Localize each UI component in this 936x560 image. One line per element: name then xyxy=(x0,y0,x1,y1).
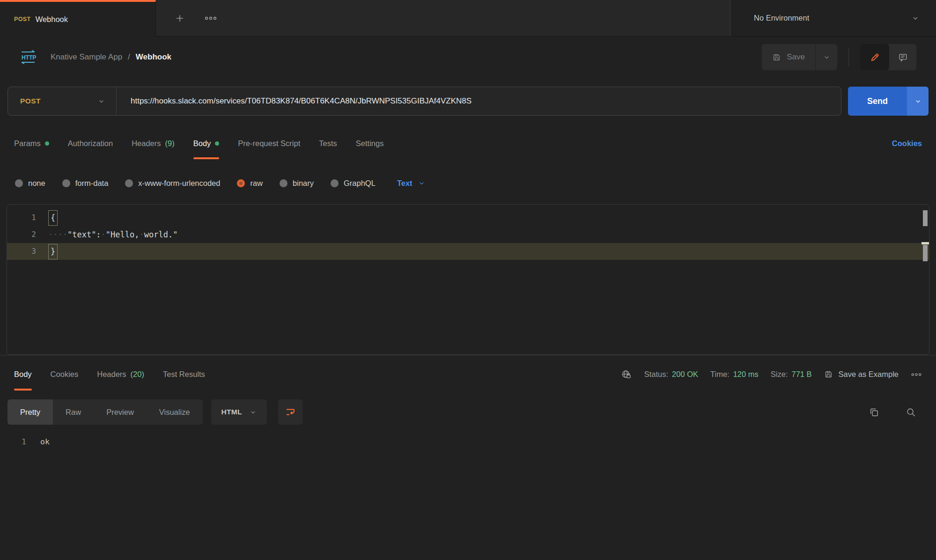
editor-line-3-current[interactable]: 3 } xyxy=(7,243,929,260)
editor-line-1[interactable]: 1 { xyxy=(7,209,929,226)
cookies-link[interactable]: Cookies xyxy=(892,139,922,148)
response-meta: Status: 200 OK Time: 120 ms Size: 771 B … xyxy=(621,369,922,380)
line-number: 3 xyxy=(7,243,48,260)
header-divider xyxy=(848,48,849,66)
response-format-dropdown[interactable]: HTML xyxy=(211,399,267,425)
body-type-urlencoded-label: x-www-form-urlencoded xyxy=(138,179,220,188)
search-icon xyxy=(906,407,916,418)
request-body-editor[interactable]: 1 { 2 ····"text":·"Hello,·world." 3 } xyxy=(7,204,929,355)
response-body-text: ok xyxy=(40,437,50,446)
comments-button[interactable] xyxy=(889,52,916,62)
body-type-none[interactable]: none xyxy=(15,179,45,188)
view-preview-button[interactable]: Preview xyxy=(94,399,147,425)
network-info-button[interactable] xyxy=(621,369,632,380)
plus-icon xyxy=(175,13,185,23)
save-options-button[interactable] xyxy=(816,44,837,70)
editor-scrollbar[interactable] xyxy=(921,205,929,354)
save-as-example-button[interactable]: Save as Example xyxy=(824,370,899,379)
mode-panel xyxy=(860,44,916,70)
environment-selector[interactable]: No Environment xyxy=(730,0,936,37)
body-type-binary-label: binary xyxy=(293,179,314,188)
header-actions: Save xyxy=(762,44,916,70)
breadcrumb-request-name[interactable]: Webhook xyxy=(136,52,171,62)
view-pretty-button[interactable]: Pretty xyxy=(7,399,53,425)
size-label: Size: xyxy=(771,370,788,379)
response-tab-headers[interactable]: Headers (20) xyxy=(97,355,144,393)
response-header: Body Cookies Headers (20) Test Results S… xyxy=(0,355,936,393)
body-type-urlencoded[interactable]: x-www-form-urlencoded xyxy=(125,179,220,188)
url-row: POST https://hooks.slack.com/services/T0… xyxy=(0,78,936,125)
tab-body-label: Body xyxy=(193,139,211,148)
response-body-viewer[interactable]: 1 ok xyxy=(0,431,936,446)
scrollbar-thumb[interactable] xyxy=(923,210,928,226)
edit-mode-button[interactable] xyxy=(860,44,889,70)
chevron-down-icon xyxy=(250,409,257,416)
search-response-button[interactable] xyxy=(906,407,916,418)
radio-icon xyxy=(280,179,287,187)
current-line-mark xyxy=(921,242,929,244)
scrollbar-thumb[interactable] xyxy=(923,245,928,261)
radio-selected-icon xyxy=(237,179,245,187)
tab-prerequest-label: Pre-request Script xyxy=(238,139,300,148)
request-header: HTTP Knative Sample App / Webhook Save xyxy=(0,37,936,78)
top-tab-strip: POST Webhook No Environment xyxy=(0,0,936,37)
tab-headers[interactable]: Headers (9) xyxy=(132,125,175,162)
body-type-raw[interactable]: raw xyxy=(237,179,263,188)
time-readout: Time: 120 ms xyxy=(710,370,759,379)
code-text: ····"text":·"Hello,·world." xyxy=(48,226,177,243)
body-type-form-data-label: form-data xyxy=(75,179,109,188)
globe-lock-icon xyxy=(621,369,632,380)
response-options-button[interactable] xyxy=(911,372,922,377)
body-type-binary[interactable]: binary xyxy=(280,179,314,188)
editor-line-2[interactable]: 2 ····"text":·"Hello,·world." xyxy=(7,226,929,243)
tab-tests[interactable]: Tests xyxy=(319,125,337,162)
response-view-controls: Pretty Raw Preview Visualize HTML xyxy=(0,393,936,431)
request-tabs: Params Authorization Headers (9) Body Pr… xyxy=(0,125,936,162)
body-type-row: none form-data x-www-form-urlencoded raw… xyxy=(0,162,936,204)
tab-authorization[interactable]: Authorization xyxy=(68,125,113,162)
url-bar: POST https://hooks.slack.com/services/T0… xyxy=(7,87,841,116)
chevron-down-icon xyxy=(418,180,425,187)
wrap-lines-button[interactable] xyxy=(278,399,302,425)
new-tab-button[interactable] xyxy=(175,13,185,23)
body-type-form-data[interactable]: form-data xyxy=(62,179,109,188)
send-button[interactable]: Send xyxy=(848,87,907,116)
response-tab-body[interactable]: Body xyxy=(14,355,32,393)
json-value-token: "Hello, xyxy=(106,230,140,239)
response-line-number: 1 xyxy=(0,437,40,446)
send-options-button[interactable] xyxy=(907,87,929,116)
comment-icon xyxy=(898,52,908,62)
tab-options-button[interactable] xyxy=(205,15,217,22)
tab-authorization-label: Authorization xyxy=(68,139,113,148)
method-dropdown[interactable]: POST xyxy=(8,87,117,115)
response-tab-headers-label: Headers xyxy=(97,370,126,379)
save-button-group: Save xyxy=(762,44,837,70)
body-type-graphql[interactable]: GraphQL xyxy=(331,179,376,188)
radio-icon xyxy=(62,179,70,187)
view-mode-switcher: Pretty Raw Preview Visualize xyxy=(7,399,203,425)
copy-response-button[interactable] xyxy=(869,407,879,418)
response-headers-count-badge: (20) xyxy=(131,370,144,379)
tab-settings[interactable]: Settings xyxy=(356,125,384,162)
chevron-down-icon xyxy=(914,98,921,105)
environment-label: No Environment xyxy=(754,14,912,22)
tab-body[interactable]: Body xyxy=(193,125,220,162)
tab-prerequest-script[interactable]: Pre-request Script xyxy=(238,125,300,162)
raw-language-dropdown[interactable]: Text xyxy=(397,179,425,188)
response-tab-test-results[interactable]: Test Results xyxy=(163,355,205,393)
copy-icon xyxy=(869,407,879,418)
tab-params[interactable]: Params xyxy=(14,125,49,162)
view-visualize-button[interactable]: Visualize xyxy=(147,399,203,425)
view-raw-button[interactable]: Raw xyxy=(53,399,94,425)
url-input[interactable]: https://hooks.slack.com/services/T06TD83… xyxy=(117,96,472,106)
status-readout: Status: 200 OK xyxy=(644,370,698,379)
save-button[interactable]: Save xyxy=(762,44,816,70)
response-format-label: HTML xyxy=(221,408,242,416)
response-tab-cookies[interactable]: Cookies xyxy=(51,355,79,393)
more-options-icon xyxy=(205,15,217,22)
tab-params-label: Params xyxy=(14,139,41,148)
params-active-dot xyxy=(45,141,49,146)
request-tab-active[interactable]: POST Webhook xyxy=(0,0,156,37)
response-body-actions xyxy=(869,407,929,418)
breadcrumb-collection[interactable]: Knative Sample App xyxy=(51,52,122,62)
